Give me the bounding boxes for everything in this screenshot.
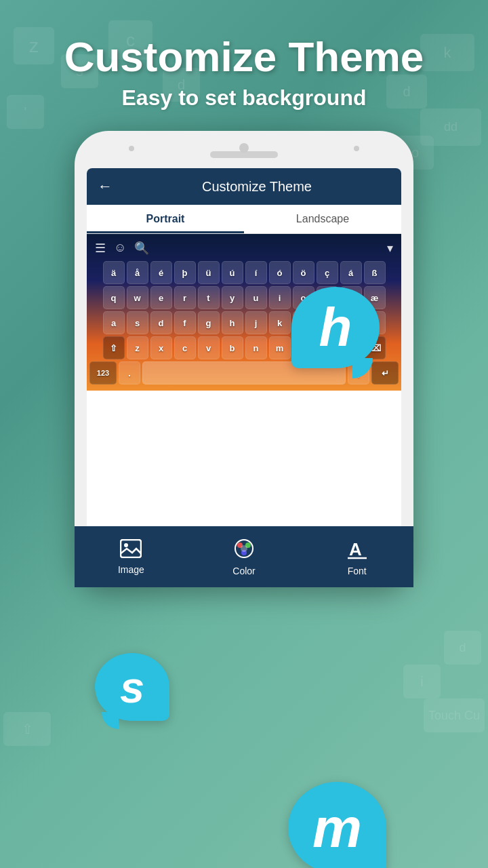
key-b[interactable]: b <box>222 336 243 359</box>
app-bar-title: Customize Theme <box>123 179 390 195</box>
key-g[interactable]: g <box>198 311 220 334</box>
emoji-icon[interactable]: ☺ <box>114 241 126 256</box>
title-section: Customize Theme Easy to set background <box>51 0 438 124</box>
key-i[interactable]: i <box>269 286 291 309</box>
phone-camera <box>239 143 249 153</box>
phone-mockup: ← Customize Theme Portrait Landscape <box>75 131 413 587</box>
key-f[interactable]: f <box>174 311 196 334</box>
key-u-acute[interactable]: ú <box>222 261 243 284</box>
bubble-m: m <box>288 782 386 868</box>
tab-portrait[interactable]: Portrait <box>87 205 244 233</box>
key-a[interactable]: a <box>103 311 125 334</box>
nav-image[interactable]: Image <box>87 526 188 547</box>
keyboard-toolbar: ☰ ☺ 🔍 ▾ <box>89 238 399 258</box>
key-e-acute[interactable]: é <box>150 261 172 284</box>
key-i-acute[interactable]: í <box>245 261 267 284</box>
key-thorn[interactable]: þ <box>174 261 196 284</box>
svg-text:A: A <box>349 539 362 547</box>
nav-color[interactable]: Color <box>188 526 301 547</box>
content-area <box>87 391 401 547</box>
bottom-navigation: Image Color <box>87 526 401 547</box>
key-enter[interactable]: ↵ <box>371 361 399 384</box>
key-period[interactable]: . <box>119 361 140 384</box>
key-o-acute[interactable]: ó <box>269 261 291 284</box>
svg-point-1 <box>124 543 128 547</box>
key-q[interactable]: q <box>103 286 125 309</box>
key-u[interactable]: u <box>245 286 267 309</box>
key-ae-umlaut[interactable]: ä <box>103 261 125 284</box>
key-123[interactable]: 123 <box>89 361 117 384</box>
key-j[interactable]: j <box>245 311 267 334</box>
main-content: Customize Theme Easy to set background ←… <box>0 0 488 868</box>
font-icon: A <box>346 538 368 547</box>
toolbar-left: ☰ ☺ 🔍 <box>95 241 149 256</box>
key-d[interactable]: d <box>150 311 172 334</box>
color-icon <box>233 538 255 547</box>
main-title: Customize Theme <box>64 34 424 80</box>
bubble-s: s <box>95 653 169 721</box>
key-sharp-s[interactable]: ß <box>364 261 386 284</box>
image-icon <box>120 539 142 547</box>
key-v[interactable]: v <box>198 336 220 359</box>
sub-title: Easy to set background <box>64 85 424 111</box>
key-m[interactable]: m <box>269 336 291 359</box>
key-a-acute[interactable]: á <box>340 261 362 284</box>
key-a-ring[interactable]: å <box>127 261 148 284</box>
key-w[interactable]: w <box>127 286 148 309</box>
app-bar: ← Customize Theme <box>87 168 401 205</box>
search-icon[interactable]: 🔍 <box>134 241 149 256</box>
nav-font[interactable]: A Font <box>300 526 401 547</box>
key-o-umlaut[interactable]: ö <box>293 261 314 284</box>
back-button[interactable]: ← <box>98 178 113 195</box>
key-t[interactable]: t <box>198 286 220 309</box>
key-s[interactable]: s <box>127 311 148 334</box>
key-u-umlaut[interactable]: ü <box>198 261 220 284</box>
key-c[interactable]: c <box>174 336 196 359</box>
key-n[interactable]: n <box>245 336 267 359</box>
key-e[interactable]: e <box>150 286 172 309</box>
bubble-h: h <box>291 287 380 368</box>
key-h[interactable]: h <box>222 311 243 334</box>
tab-landscape[interactable]: Landscape <box>244 205 401 233</box>
key-r[interactable]: r <box>174 286 196 309</box>
key-shift[interactable]: ⇧ <box>103 336 125 359</box>
key-z[interactable]: z <box>127 336 148 359</box>
key-y[interactable]: y <box>222 286 243 309</box>
key-x[interactable]: x <box>150 336 172 359</box>
key-c-cedilla[interactable]: ç <box>317 261 338 284</box>
svg-rect-0 <box>121 540 141 547</box>
tabs-container: Portrait Landscape <box>87 205 401 234</box>
toolbar-right[interactable]: ▾ <box>387 241 393 256</box>
keyboard-row-special: ä å é þ ü ú í ó ö ç á ß <box>89 261 399 284</box>
key-k[interactable]: k <box>269 311 291 334</box>
menu-icon[interactable]: ☰ <box>95 241 106 256</box>
